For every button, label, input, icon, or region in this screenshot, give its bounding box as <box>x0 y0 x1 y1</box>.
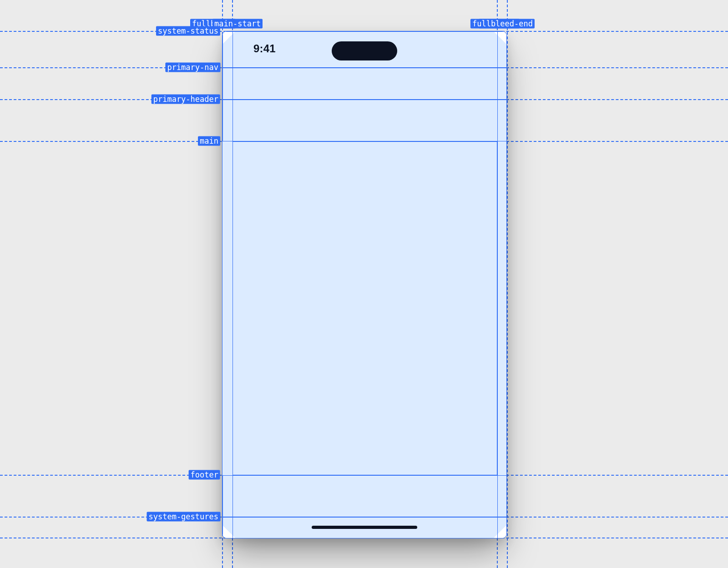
label-fullbleed-end: fullbleed-end <box>470 19 535 29</box>
sensor-housing <box>332 41 397 60</box>
region-main <box>233 141 497 475</box>
label-system-gestures: system-gestures <box>147 512 220 522</box>
vguide-fullbleed-end <box>507 0 508 568</box>
region-primary-header <box>222 100 507 141</box>
region-col-main-start <box>233 31 233 538</box>
home-indicator[interactable] <box>312 526 417 529</box>
label-system-status: system-status <box>156 26 220 36</box>
region-primary-nav <box>222 68 507 100</box>
layout-grid-canvas: 9:41 fullbleed main-start main-end fullb… <box>0 0 728 568</box>
label-primary-header: primary-header <box>152 95 220 104</box>
region-footer <box>222 475 507 517</box>
label-primary-nav: primary-nav <box>165 63 220 72</box>
label-main: main <box>198 136 220 146</box>
status-bar-time: 9:41 <box>253 42 276 55</box>
phone-frame: 9:41 <box>222 31 507 538</box>
region-col-main-end <box>497 31 498 538</box>
label-footer: footer <box>189 470 220 480</box>
